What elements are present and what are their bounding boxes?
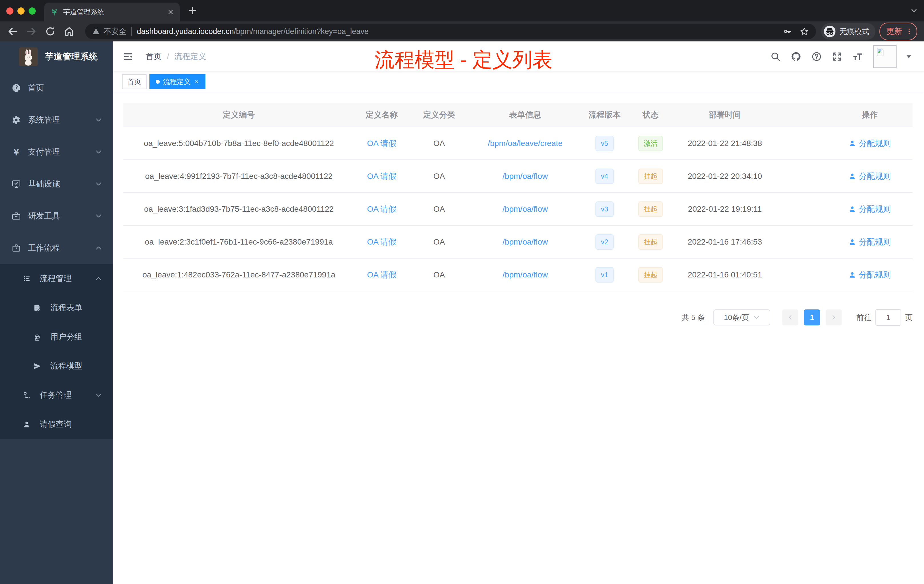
page-number-1[interactable]: 1 xyxy=(804,309,820,325)
form-info-link[interactable]: /bpm/oa/flow xyxy=(469,270,581,279)
chevron-down-icon xyxy=(95,180,102,188)
next-page-button[interactable] xyxy=(826,309,842,325)
search-icon[interactable] xyxy=(770,51,780,62)
incognito-label: 无痕模式 xyxy=(840,26,869,36)
app-logo[interactable]: 芋道管理系统 xyxy=(0,41,113,72)
header-tools xyxy=(770,45,912,68)
sidebar-item-6[interactable]: 流程管理 xyxy=(0,264,113,293)
sidebar-item-8[interactable]: 用户分组 xyxy=(0,322,113,351)
minimize-window-button[interactable] xyxy=(17,7,25,15)
github-icon[interactable] xyxy=(791,51,801,62)
new-tab-button[interactable] xyxy=(188,6,197,15)
annotation-title: 流程模型 - 定义列表 xyxy=(375,46,552,73)
gear-icon xyxy=(12,115,21,125)
assign-rule-label: 分配规则 xyxy=(859,138,891,149)
pagination-total: 共 5 条 xyxy=(682,313,705,323)
sidebar-item-11[interactable]: 请假查询 xyxy=(0,410,113,439)
prev-page-button[interactable] xyxy=(782,309,798,325)
definition-name-link[interactable]: OA 请假 xyxy=(354,171,409,182)
avatar[interactable] xyxy=(873,45,897,68)
not-secure-warning-icon xyxy=(92,27,100,35)
status-badge: 挂起 xyxy=(638,234,663,250)
assign-rule-label: 分配规则 xyxy=(859,204,891,214)
sidebar-item-label: 流程模型 xyxy=(50,361,82,371)
version-badge: v5 xyxy=(596,136,614,151)
definition-id-cell: oa_leave:3:1fad3d93-7b75-11ec-a3c8-acde4… xyxy=(124,205,354,214)
tag-process-definition[interactable]: 流程定义 xyxy=(149,74,205,89)
assign-rule-link[interactable]: 分配规则 xyxy=(827,160,912,192)
col-header-definition-id: 定义编号 xyxy=(124,109,354,120)
tab-search-icon[interactable] xyxy=(910,7,918,14)
breadcrumb-home[interactable]: 首页 xyxy=(146,51,162,62)
sidebar-item-label: 研发工具 xyxy=(28,211,60,221)
toolbox-icon xyxy=(12,211,21,221)
definition-name-link[interactable]: OA 请假 xyxy=(354,204,409,214)
page-content: 定义编号 定义名称 定义分类 表单信息 流程版本 状态 部署时间 操作 oa_l… xyxy=(113,92,924,326)
home-button[interactable] xyxy=(63,26,75,37)
fullscreen-icon[interactable] xyxy=(832,51,842,62)
close-window-button[interactable] xyxy=(6,7,13,15)
plant-favicon-icon xyxy=(50,8,59,16)
sidebar-item-5[interactable]: 工作流程 xyxy=(0,232,113,264)
sidebar-item-label: 流程管理 xyxy=(40,273,72,284)
definition-name-link[interactable]: OA 请假 xyxy=(354,237,409,247)
help-icon[interactable] xyxy=(812,51,822,62)
sidebar-item-7[interactable]: 流程表单 xyxy=(0,293,113,322)
assign-rule-link[interactable]: 分配规则 xyxy=(827,259,912,291)
form-info-link[interactable]: /bpm/oa/flow xyxy=(469,172,581,181)
definition-name-link[interactable]: OA 请假 xyxy=(354,138,409,149)
zoom-window-button[interactable] xyxy=(28,7,36,15)
back-button[interactable] xyxy=(7,26,18,37)
sidebar-item-2[interactable]: ¥支付管理 xyxy=(0,136,113,168)
sidebar-item-1[interactable]: 系统管理 xyxy=(0,104,113,136)
assign-rule-link[interactable]: 分配规则 xyxy=(827,127,912,159)
sidebar-item-4[interactable]: 研发工具 xyxy=(0,200,113,232)
monitor-icon xyxy=(12,179,21,189)
sidebar-item-label: 基础设施 xyxy=(28,178,60,190)
sidebar-item-3[interactable]: 基础设施 xyxy=(0,168,113,200)
sidebar-fold-icon[interactable] xyxy=(123,51,133,62)
form-info-link[interactable]: /bpm/oa/flow xyxy=(469,238,581,247)
user-icon xyxy=(848,205,856,213)
user-icon xyxy=(848,140,856,147)
reload-button[interactable] xyxy=(45,26,56,37)
forward-button[interactable] xyxy=(26,26,37,37)
sidebar-item-0[interactable]: 首页 xyxy=(0,72,113,104)
assign-rule-link[interactable]: 分配规则 xyxy=(827,193,912,225)
breadcrumb-separator: / xyxy=(167,52,169,61)
robot-icon xyxy=(33,333,41,341)
goto-page-input[interactable] xyxy=(875,309,901,326)
page-size-select[interactable]: 10条/页 xyxy=(713,309,770,325)
table-row: oa_leave:4:991f2193-7b7f-11ec-a3c8-acde4… xyxy=(124,160,912,193)
chevron-up-icon xyxy=(95,244,102,252)
browser-tab[interactable]: 芋道管理系统 xyxy=(44,3,180,21)
tag-home[interactable]: 首页 xyxy=(122,74,147,89)
status-cell: 挂起 xyxy=(628,168,673,184)
sidebar-item-label: 请假查询 xyxy=(40,419,72,430)
browser-menu-icon[interactable] xyxy=(905,27,913,35)
table-header-row: 定义编号 定义名称 定义分类 表单信息 流程版本 状态 部署时间 操作 xyxy=(124,103,912,127)
main-area: 流程模型 - 定义列表 首页 / 流程定义 首页 流程定义 xyxy=(113,41,924,584)
process-version-cell: v5 xyxy=(581,136,628,151)
sidebar-item-10[interactable]: 任务管理 xyxy=(0,381,113,410)
address-bar[interactable]: 不安全 dashboard.yudao.iocoder.cn /bpm/mana… xyxy=(85,24,816,39)
deploy-time-cell: 2022-01-16 17:46:53 xyxy=(673,238,777,247)
font-size-icon[interactable] xyxy=(853,51,863,62)
definition-name-link[interactable]: OA 请假 xyxy=(354,269,409,280)
form-info-link[interactable]: /bpm/oa/leave/create xyxy=(469,139,581,148)
tag-close-icon[interactable] xyxy=(194,79,199,84)
avatar-caret-down-icon[interactable] xyxy=(905,53,912,60)
security-label[interactable]: 不安全 xyxy=(104,26,127,36)
assign-rule-link[interactable]: 分配规则 xyxy=(827,226,912,258)
chrome-update-button[interactable]: 更新 xyxy=(879,23,917,40)
definition-id-cell: oa_leave:1:482ec033-762a-11ec-8477-a2380… xyxy=(124,270,354,279)
form-info-link[interactable]: /bpm/oa/flow xyxy=(469,205,581,214)
tag-label: 首页 xyxy=(127,77,141,86)
assign-rule-label: 分配规则 xyxy=(859,237,891,247)
bookmark-star-icon[interactable] xyxy=(799,26,809,36)
url-domain: dashboard.yudao.iocoder.cn xyxy=(137,27,234,36)
password-key-icon[interactable] xyxy=(783,27,792,36)
sidebar-item-9[interactable]: 流程模型 xyxy=(0,351,113,381)
tab-close-icon[interactable] xyxy=(167,8,174,15)
url-divider xyxy=(131,27,132,36)
